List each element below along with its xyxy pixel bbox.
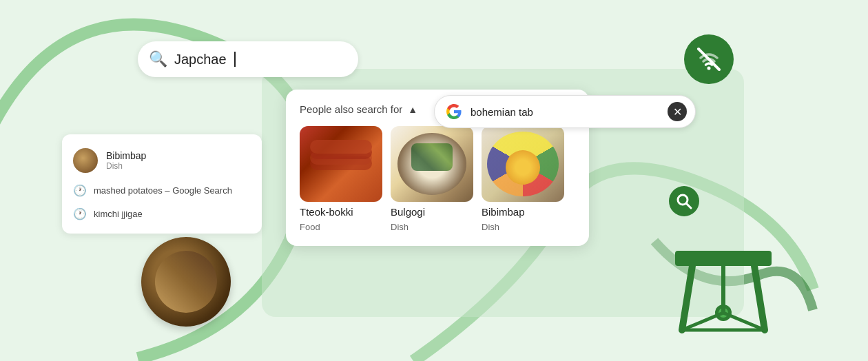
- suggestion-subtitle: Dish: [106, 161, 146, 171]
- food-card-bulgogi[interactable]: Bulgogi Dish: [391, 126, 473, 232]
- svg-line-5: [682, 266, 692, 330]
- bibimbap-type: Dish: [482, 222, 564, 232]
- tteokbokki-photo: [300, 126, 382, 202]
- bulgogi-photo: [391, 126, 473, 202]
- svg-line-10: [682, 313, 723, 330]
- suggestion-history-text: mashed potatoes – Google Search: [94, 185, 232, 196]
- svg-line-11: [723, 313, 765, 330]
- google-logo: [446, 103, 462, 120]
- food-noodles-image: [141, 237, 231, 327]
- suggestion-panel: Bibimbap Dish 🕐 mashed potatoes – Google…: [62, 134, 262, 234]
- search-query: Japchae: [174, 52, 227, 68]
- tteokbokki-type: Food: [300, 222, 382, 232]
- svg-line-6: [754, 266, 765, 330]
- suggestion-item-mashed[interactable]: 🕐 mashed potatoes – Google Search: [62, 178, 262, 202]
- google-clear-button[interactable]: ✕: [668, 102, 687, 121]
- bulgogi-type: Dish: [391, 222, 473, 232]
- bibimbap-name: Bibimbap: [482, 206, 564, 218]
- food-cards-container: Tteok-bokki Food Bulgogi Dish Bibimbap D…: [300, 126, 575, 232]
- chevron-up-icon[interactable]: ▲: [408, 104, 417, 115]
- suggestion-item-kimchi[interactable]: 🕐 kimchi jjigae: [62, 202, 262, 225]
- food-card-tteokbokki[interactable]: Tteok-bokki Food: [300, 126, 382, 232]
- food-circle-image: [141, 237, 231, 327]
- wifi-off-icon: [695, 45, 723, 73]
- bibimbap-photo: [482, 126, 564, 202]
- wifi-off-decoration: [684, 34, 734, 84]
- table-svg: [668, 230, 778, 347]
- text-cursor: [234, 52, 236, 67]
- bulgogi-image: [391, 126, 473, 202]
- google-search-bar[interactable]: bohemian tab ✕: [434, 95, 696, 128]
- tteokbokki-name: Tteok-bokki: [300, 206, 382, 218]
- history-icon: 🕐: [73, 184, 85, 196]
- food-card-bibimbap[interactable]: Bibimbap Dish: [482, 126, 564, 232]
- bibimbap-thumbnail: [73, 148, 98, 173]
- main-scene: 🔍 Japchae Bibimbap Dish 🕐 mashed potatoe…: [0, 0, 868, 361]
- suggestion-text-group: Bibimbap Dish: [106, 150, 146, 171]
- panel-title: People also search for: [300, 103, 402, 115]
- suggestion-history-text-2: kimchi jjigae: [94, 209, 143, 219]
- history-icon-2: 🕐: [73, 207, 85, 220]
- suggestion-thumb: [73, 148, 98, 173]
- table-decoration: [668, 230, 778, 347]
- bulgogi-name: Bulgogi: [391, 206, 473, 218]
- suggestion-title: Bibimbap: [106, 150, 146, 161]
- svg-point-1: [707, 67, 711, 70]
- svg-line-3: [687, 204, 692, 209]
- svg-rect-4: [675, 251, 772, 266]
- search-circle-decoration: [669, 186, 699, 216]
- google-search-query: bohemian tab: [471, 106, 659, 118]
- suggestion-item-bibimbap[interactable]: Bibimbap Dish: [62, 143, 262, 178]
- tteokbokki-image: [300, 126, 382, 202]
- main-search-bar[interactable]: 🔍 Japchae: [138, 41, 358, 77]
- search-icon: 🔍: [149, 50, 167, 68]
- bibimbap-image: [482, 126, 564, 202]
- search-small-icon: [675, 192, 693, 210]
